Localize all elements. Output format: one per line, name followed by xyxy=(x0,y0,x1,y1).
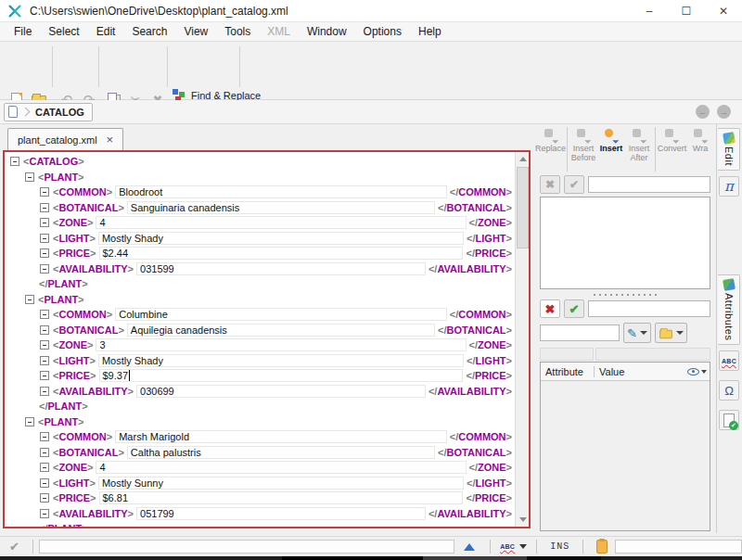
element-choice-list[interactable] xyxy=(540,197,710,289)
cancel-edit-button[interactable]: ✖ xyxy=(540,175,560,194)
collapse-toggle[interactable] xyxy=(40,340,49,350)
menu-file[interactable]: File xyxy=(6,23,40,40)
menu-help[interactable]: Help xyxy=(410,23,450,40)
replace-button[interactable]: Replace xyxy=(536,128,565,153)
xml-element-row[interactable]: <COMMON>Columbine</COMMON> xyxy=(5,307,514,323)
collapse-toggle[interactable] xyxy=(40,478,49,488)
attribute-cancel-button[interactable]: ✖ xyxy=(540,299,560,318)
validate-button[interactable] xyxy=(719,410,739,430)
menu-options[interactable]: Options xyxy=(355,23,410,40)
insert-after-button[interactable]: Insert After xyxy=(625,128,653,163)
collapse-toggle[interactable] xyxy=(40,509,49,518)
xml-element-row[interactable]: <AVAILABILITY>030699</AVAILABILITY> xyxy=(5,384,514,400)
nav-back-button[interactable]: ← xyxy=(696,105,710,119)
element-value-field[interactable]: Sanguinaria canadensis xyxy=(127,201,435,214)
collapse-toggle[interactable] xyxy=(40,187,49,197)
menu-window[interactable]: Window xyxy=(299,23,355,40)
collapse-toggle[interactable] xyxy=(25,417,34,426)
collapse-toggle[interactable] xyxy=(40,203,49,212)
minimize-button[interactable]: – xyxy=(631,0,668,22)
menu-search[interactable]: Search xyxy=(123,23,175,40)
xml-element-row[interactable]: </PLANT> xyxy=(5,399,514,414)
collapse-toggle[interactable] xyxy=(10,157,19,166)
collapse-toggle[interactable] xyxy=(40,218,49,227)
element-value-field[interactable]: $6.81 xyxy=(99,491,464,504)
convert-button[interactable]: Convert xyxy=(658,128,686,153)
element-value-field[interactable]: $9.37 xyxy=(99,369,464,382)
xml-element-row[interactable]: <BOTANICAL>Caltha palustris</BOTANICAL> xyxy=(5,445,514,461)
menu-edit[interactable]: Edit xyxy=(88,23,124,40)
element-value-field[interactable]: Mostly Shady xyxy=(98,232,464,245)
close-button[interactable]: ✕ xyxy=(705,0,742,22)
menu-tools[interactable]: Tools xyxy=(216,23,259,40)
wra-button[interactable]: Wra xyxy=(686,128,714,153)
menu-view[interactable]: View xyxy=(175,23,216,40)
tab-close-icon[interactable]: × xyxy=(107,134,114,146)
collapse-toggle[interactable] xyxy=(40,234,49,243)
menu-xml[interactable]: XML xyxy=(259,23,299,40)
xml-element-row[interactable]: <PRICE>$9.37</PRICE> xyxy=(5,368,514,384)
xml-element-row[interactable]: <LIGHT>Mostly Shady</LIGHT> xyxy=(5,231,514,247)
element-value-field[interactable]: Marsh Marigold xyxy=(115,430,447,443)
xml-element-row[interactable]: </PLANT> xyxy=(5,521,514,528)
xml-element-row[interactable]: <AVAILABILITY>031599</AVAILABILITY> xyxy=(5,261,514,277)
menu-select[interactable]: Select xyxy=(40,23,87,40)
xml-element-row[interactable]: <ZONE>4</ZONE> xyxy=(5,460,514,476)
xml-element-row[interactable]: <AVAILABILITY>051799</AVAILABILITY> xyxy=(5,506,514,522)
xml-element-row[interactable]: <LIGHT>Mostly Shady</LIGHT> xyxy=(5,353,514,369)
xml-tree-editor[interactable]: <CATALOG><PLANT><COMMON>Bloodroot</COMMO… xyxy=(3,150,531,528)
special-characters-button[interactable]: Ω xyxy=(719,380,739,401)
collapse-toggle[interactable] xyxy=(40,432,49,441)
edit-attribute-dropdown[interactable]: ✎ xyxy=(623,323,651,343)
collapse-toggle[interactable] xyxy=(25,295,34,304)
element-value-field[interactable]: 051799 xyxy=(136,507,426,520)
xml-element-row[interactable]: <PLANT> xyxy=(5,292,514,308)
spell-check-button[interactable]: ABC xyxy=(719,350,739,371)
element-value-field[interactable]: Mostly Sunny xyxy=(98,477,464,490)
attribute-apply-button[interactable]: ✔ xyxy=(564,299,584,318)
panel-expand-icon[interactable] xyxy=(464,543,475,551)
element-name-input[interactable] xyxy=(588,176,710,193)
maximize-button[interactable]: ☐ xyxy=(668,0,705,22)
breadcrumb-node-catalog[interactable]: CATALOG xyxy=(4,103,93,121)
element-value-field[interactable]: 3 xyxy=(96,338,466,351)
tab-attributes[interactable]: Attributes xyxy=(718,274,740,345)
scroll-up-button[interactable] xyxy=(516,152,530,166)
element-value-field[interactable]: 031599 xyxy=(136,262,426,275)
insert-button[interactable]: Insert xyxy=(597,128,625,153)
xml-element-row[interactable]: <BOTANICAL>Aquilegia canadensis</BOTANIC… xyxy=(5,323,514,338)
attribute-value-input[interactable] xyxy=(588,300,710,317)
scroll-down-button[interactable] xyxy=(516,513,530,527)
tab-edit[interactable]: Edit xyxy=(718,128,740,171)
xml-element-row[interactable]: <PRICE>$2.44</PRICE> xyxy=(5,246,514,261)
spell-mode-button[interactable]: ABC xyxy=(496,543,531,550)
element-value-field[interactable]: 4 xyxy=(96,461,466,474)
xml-element-row[interactable]: </PLANT> xyxy=(5,276,514,292)
xml-element-row[interactable]: <LIGHT>Mostly Sunny</LIGHT> xyxy=(5,476,514,491)
element-value-field[interactable]: $2.44 xyxy=(99,247,464,260)
element-value-field[interactable]: Columbine xyxy=(115,308,447,321)
scrollbar-thumb[interactable] xyxy=(517,167,529,248)
apply-edit-button[interactable]: ✔ xyxy=(564,175,584,194)
vertical-scrollbar[interactable] xyxy=(515,152,529,527)
collapse-toggle[interactable] xyxy=(40,325,49,335)
xml-element-row[interactable]: <ZONE>4</ZONE> xyxy=(5,215,514,231)
insert-before-button[interactable]: Insert Before xyxy=(569,128,597,163)
open-attribute-dropdown[interactable] xyxy=(655,323,687,343)
panel-splitter-handle[interactable] xyxy=(592,293,657,297)
attribute-column-header[interactable]: Attribute xyxy=(541,366,595,377)
element-value-field[interactable]: Mostly Shady xyxy=(98,354,464,367)
element-value-field[interactable]: 4 xyxy=(96,216,466,229)
xml-element-row[interactable]: <PLANT> xyxy=(5,170,514,185)
element-value-field[interactable]: 030699 xyxy=(136,385,426,398)
xml-element-row[interactable]: <COMMON>Bloodroot</COMMON> xyxy=(5,185,514,200)
collapse-toggle[interactable] xyxy=(40,264,49,274)
xml-element-row[interactable]: <ZONE>3</ZONE> xyxy=(5,337,514,353)
collapse-toggle[interactable] xyxy=(40,387,49,396)
xml-element-row[interactable]: <PLANT> xyxy=(5,414,514,430)
tab-plant-catalog[interactable]: plant_catalog.xml × xyxy=(7,128,123,150)
collapse-toggle[interactable] xyxy=(40,371,49,380)
clipboard-icon[interactable] xyxy=(596,540,608,554)
xml-element-row[interactable]: <BOTANICAL>Sanguinaria canadensis</BOTAN… xyxy=(5,200,514,216)
collapse-toggle[interactable] xyxy=(40,463,49,472)
